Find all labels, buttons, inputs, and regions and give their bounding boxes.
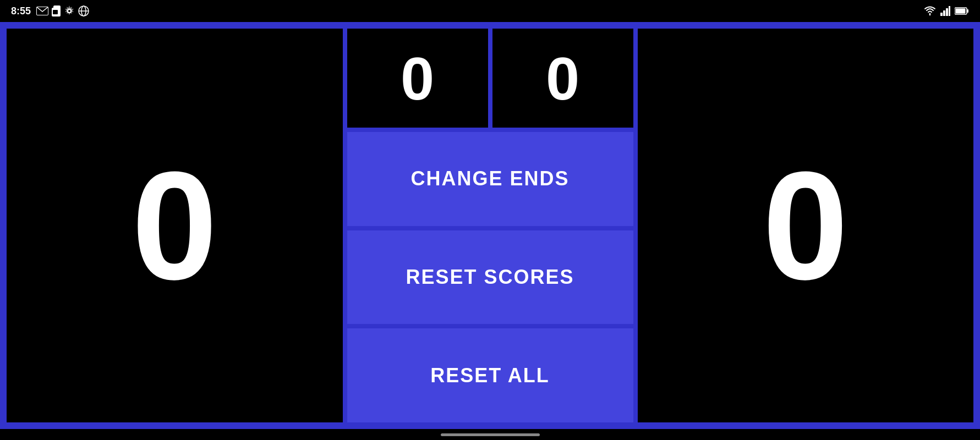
svg-rect-13: [946, 8, 948, 16]
status-bar: 8:55: [0, 0, 980, 22]
bottom-bar: [0, 429, 980, 440]
top-right-score-box[interactable]: 0: [492, 29, 633, 128]
svg-rect-17: [956, 9, 966, 14]
location-icon: [78, 6, 89, 16]
change-ends-button[interactable]: CHANGE ENDS: [347, 132, 633, 226]
buttons-area: CHANGE ENDS RESET SCORES RESET ALL: [347, 132, 633, 422]
top-left-score-box[interactable]: 0: [347, 29, 488, 128]
signal-icon: [940, 6, 950, 16]
svg-point-7: [68, 10, 70, 12]
small-scores-row: 0 0: [347, 29, 633, 128]
svg-rect-14: [949, 6, 950, 16]
top-left-score-display: 0: [401, 43, 434, 113]
top-right-score-display: 0: [546, 43, 579, 113]
svg-rect-4: [53, 10, 58, 14]
status-icons: [36, 6, 89, 16]
svg-rect-16: [967, 9, 968, 13]
center-panel: 0 0 CHANGE ENDS RESET SCORES RESET ALL: [347, 29, 633, 422]
right-score-panel[interactable]: 0: [638, 29, 974, 422]
reset-all-button[interactable]: RESET ALL: [347, 328, 633, 422]
time-display: 8:55: [11, 6, 31, 17]
scoreboard: 0 0 0 CHANGE ENDS RESET SCORES RESET ALL…: [0, 22, 980, 429]
wifi-icon: [924, 6, 936, 16]
gear-icon: [64, 6, 75, 16]
right-score-display: 0: [763, 148, 848, 302]
home-indicator: [441, 433, 540, 436]
message-icon: [36, 7, 48, 15]
battery-icon: [955, 7, 969, 15]
left-score-panel[interactable]: 0: [7, 29, 343, 422]
left-score-display: 0: [132, 148, 217, 302]
svg-rect-12: [943, 10, 945, 16]
reset-scores-button[interactable]: RESET SCORES: [347, 230, 633, 324]
sim-icon: [52, 6, 61, 16]
status-left: 8:55: [11, 6, 89, 17]
svg-rect-11: [940, 13, 943, 16]
status-right: [924, 6, 969, 16]
